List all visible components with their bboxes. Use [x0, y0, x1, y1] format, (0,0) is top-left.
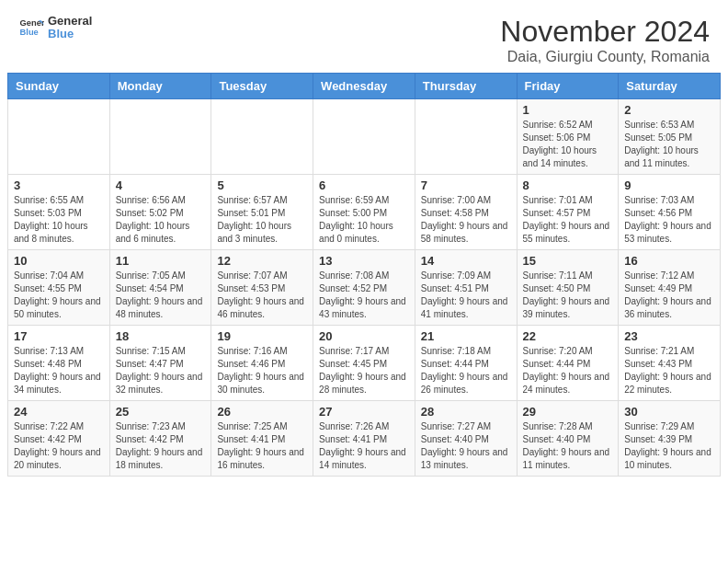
day-number: 22	[523, 329, 613, 343]
day-number: 11	[116, 254, 206, 268]
day-info: Sunrise: 7:08 AM Sunset: 4:52 PM Dayligh…	[319, 270, 409, 321]
calendar-cell: 12Sunrise: 7:07 AM Sunset: 4:53 PM Dayli…	[211, 250, 313, 326]
calendar-week-3: 10Sunrise: 7:04 AM Sunset: 4:55 PM Dayli…	[8, 250, 721, 326]
calendar-cell: 30Sunrise: 7:29 AM Sunset: 4:39 PM Dayli…	[619, 401, 721, 477]
day-number: 16	[624, 254, 714, 268]
day-number: 12	[217, 254, 307, 268]
day-number: 2	[624, 103, 714, 117]
day-number: 9	[624, 178, 714, 192]
header: General Blue General Blue November 2024 …	[0, 0, 728, 73]
day-info: Sunrise: 6:55 AM Sunset: 5:03 PM Dayligh…	[14, 194, 104, 246]
weekday-header-friday: Friday	[517, 74, 619, 99]
calendar-cell	[313, 99, 415, 175]
day-number: 23	[624, 329, 714, 343]
day-info: Sunrise: 7:17 AM Sunset: 4:45 PM Dayligh…	[319, 345, 409, 396]
day-number: 8	[523, 178, 613, 192]
calendar-cell: 22Sunrise: 7:20 AM Sunset: 4:44 PM Dayli…	[517, 326, 619, 401]
day-number: 10	[14, 254, 104, 268]
title-area: November 2024 Daia, Giurgiu County, Roma…	[500, 15, 710, 65]
day-number: 26	[217, 405, 307, 419]
calendar-cell: 10Sunrise: 7:04 AM Sunset: 4:55 PM Dayli…	[8, 250, 110, 326]
calendar-cell: 8Sunrise: 7:01 AM Sunset: 4:57 PM Daylig…	[517, 175, 619, 250]
day-info: Sunrise: 7:23 AM Sunset: 4:42 PM Dayligh…	[116, 420, 206, 472]
calendar-week-1: 1Sunrise: 6:52 AM Sunset: 5:06 PM Daylig…	[8, 99, 721, 175]
weekday-header-row: SundayMondayTuesdayWednesdayThursdayFrid…	[8, 74, 721, 99]
weekday-header-sunday: Sunday	[8, 74, 110, 99]
day-number: 18	[116, 329, 206, 343]
day-info: Sunrise: 7:21 AM Sunset: 4:43 PM Dayligh…	[624, 345, 714, 396]
calendar-week-5: 24Sunrise: 7:22 AM Sunset: 4:42 PM Dayli…	[8, 401, 721, 477]
calendar-cell: 25Sunrise: 7:23 AM Sunset: 4:42 PM Dayli…	[109, 401, 211, 477]
calendar-cell	[8, 99, 110, 175]
logo-line1: General	[48, 15, 92, 28]
calendar-cell: 15Sunrise: 7:11 AM Sunset: 4:50 PM Dayli…	[517, 250, 619, 326]
calendar-cell: 23Sunrise: 7:21 AM Sunset: 4:43 PM Dayli…	[619, 326, 721, 401]
calendar-cell: 3Sunrise: 6:55 AM Sunset: 5:03 PM Daylig…	[8, 175, 110, 250]
day-info: Sunrise: 7:15 AM Sunset: 4:47 PM Dayligh…	[116, 345, 206, 396]
calendar-cell: 21Sunrise: 7:18 AM Sunset: 4:44 PM Dayli…	[415, 326, 517, 401]
calendar-cell: 17Sunrise: 7:13 AM Sunset: 4:48 PM Dayli…	[8, 326, 110, 401]
day-number: 4	[116, 178, 206, 192]
day-number: 5	[217, 178, 307, 192]
logo-icon: General Blue	[18, 15, 44, 40]
weekday-header-thursday: Thursday	[415, 74, 517, 99]
day-info: Sunrise: 7:00 AM Sunset: 4:58 PM Dayligh…	[421, 194, 511, 246]
day-info: Sunrise: 6:57 AM Sunset: 5:01 PM Dayligh…	[217, 194, 307, 246]
day-info: Sunrise: 7:18 AM Sunset: 4:44 PM Dayligh…	[421, 345, 511, 396]
logo: General Blue General Blue	[18, 15, 92, 41]
calendar-cell: 24Sunrise: 7:22 AM Sunset: 4:42 PM Dayli…	[8, 401, 110, 477]
weekday-header-wednesday: Wednesday	[313, 74, 415, 99]
day-info: Sunrise: 6:59 AM Sunset: 5:00 PM Dayligh…	[319, 194, 409, 246]
calendar-week-4: 17Sunrise: 7:13 AM Sunset: 4:48 PM Dayli…	[8, 326, 721, 401]
day-number: 29	[523, 405, 613, 419]
day-number: 14	[421, 254, 511, 268]
weekday-header-saturday: Saturday	[619, 74, 721, 99]
calendar-week-2: 3Sunrise: 6:55 AM Sunset: 5:03 PM Daylig…	[8, 175, 721, 250]
day-info: Sunrise: 7:11 AM Sunset: 4:50 PM Dayligh…	[523, 270, 613, 321]
day-info: Sunrise: 7:13 AM Sunset: 4:48 PM Dayligh…	[14, 345, 104, 396]
calendar-cell: 9Sunrise: 7:03 AM Sunset: 4:56 PM Daylig…	[619, 175, 721, 250]
day-info: Sunrise: 7:03 AM Sunset: 4:56 PM Dayligh…	[624, 194, 714, 246]
calendar-cell	[415, 99, 517, 175]
day-info: Sunrise: 7:09 AM Sunset: 4:51 PM Dayligh…	[421, 270, 511, 321]
day-number: 24	[14, 405, 104, 419]
calendar-cell: 5Sunrise: 6:57 AM Sunset: 5:01 PM Daylig…	[211, 175, 313, 250]
svg-text:General: General	[20, 19, 44, 29]
day-info: Sunrise: 6:53 AM Sunset: 5:05 PM Dayligh…	[624, 119, 714, 170]
day-number: 20	[319, 329, 409, 343]
calendar-cell	[211, 99, 313, 175]
day-info: Sunrise: 6:56 AM Sunset: 5:02 PM Dayligh…	[116, 194, 206, 246]
calendar-body: 1Sunrise: 6:52 AM Sunset: 5:06 PM Daylig…	[8, 99, 721, 477]
day-number: 27	[319, 405, 409, 419]
day-number: 15	[523, 254, 613, 268]
day-number: 25	[116, 405, 206, 419]
calendar-table: SundayMondayTuesdayWednesdayThursdayFrid…	[7, 73, 721, 477]
calendar-cell: 29Sunrise: 7:28 AM Sunset: 4:40 PM Dayli…	[517, 401, 619, 477]
day-info: Sunrise: 7:01 AM Sunset: 4:57 PM Dayligh…	[523, 194, 613, 246]
calendar-cell: 4Sunrise: 6:56 AM Sunset: 5:02 PM Daylig…	[109, 175, 211, 250]
day-info: Sunrise: 7:16 AM Sunset: 4:46 PM Dayligh…	[217, 345, 307, 396]
day-number: 19	[217, 329, 307, 343]
calendar-cell: 27Sunrise: 7:26 AM Sunset: 4:41 PM Dayli…	[313, 401, 415, 477]
day-info: Sunrise: 7:25 AM Sunset: 4:41 PM Dayligh…	[217, 420, 307, 472]
location-title: Daia, Giurgiu County, Romania	[500, 49, 710, 65]
day-info: Sunrise: 7:22 AM Sunset: 4:42 PM Dayligh…	[14, 420, 104, 472]
day-info: Sunrise: 7:05 AM Sunset: 4:54 PM Dayligh…	[116, 270, 206, 321]
weekday-header-monday: Monday	[109, 74, 211, 99]
logo-line2: Blue	[48, 28, 92, 40]
day-info: Sunrise: 7:12 AM Sunset: 4:49 PM Dayligh…	[624, 270, 714, 321]
calendar-cell: 28Sunrise: 7:27 AM Sunset: 4:40 PM Dayli…	[415, 401, 517, 477]
calendar-cell: 16Sunrise: 7:12 AM Sunset: 4:49 PM Dayli…	[619, 250, 721, 326]
calendar-cell: 1Sunrise: 6:52 AM Sunset: 5:06 PM Daylig…	[517, 99, 619, 175]
day-number: 6	[319, 178, 409, 192]
calendar-cell: 18Sunrise: 7:15 AM Sunset: 4:47 PM Dayli…	[109, 326, 211, 401]
day-info: Sunrise: 7:04 AM Sunset: 4:55 PM Dayligh…	[14, 270, 104, 321]
day-number: 21	[421, 329, 511, 343]
calendar-cell: 7Sunrise: 7:00 AM Sunset: 4:58 PM Daylig…	[415, 175, 517, 250]
day-number: 13	[319, 254, 409, 268]
calendar-cell: 26Sunrise: 7:25 AM Sunset: 4:41 PM Dayli…	[211, 401, 313, 477]
day-info: Sunrise: 7:26 AM Sunset: 4:41 PM Dayligh…	[319, 420, 409, 472]
svg-text:Blue: Blue	[20, 28, 39, 37]
day-info: Sunrise: 7:28 AM Sunset: 4:40 PM Dayligh…	[523, 420, 613, 472]
calendar-cell: 20Sunrise: 7:17 AM Sunset: 4:45 PM Dayli…	[313, 326, 415, 401]
